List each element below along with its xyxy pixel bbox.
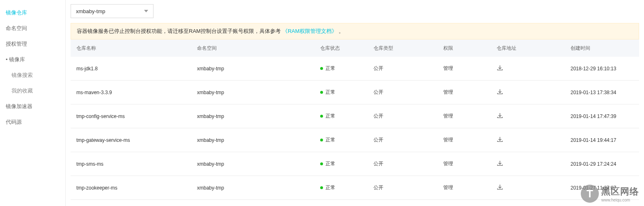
cell-time: 2019-01-13 17:38:34 — [565, 90, 639, 95]
cell-status: 正常 — [314, 113, 368, 120]
cell-name: tmp-config-service-ms — [71, 113, 191, 119]
cell-type: 公开 — [368, 65, 438, 72]
warning-text-before: 容器镜像服务已停止控制台授权功能，请迁移至RAM控制台设置子账号权限，具体参考 — [77, 28, 281, 35]
cell-perm[interactable]: 管理 — [438, 89, 491, 96]
cell-time: 2019-01-29 17:24:24 — [565, 161, 639, 167]
cell-type: 公开 — [368, 160, 438, 167]
status-dot-icon — [320, 115, 323, 118]
cell-addr[interactable] — [491, 65, 565, 72]
cell-addr[interactable] — [491, 112, 565, 120]
table-row[interactable]: tmp-config-service-msxmbaby-tmp正常公开管理201… — [71, 104, 639, 128]
cell-name: tmp-zookeeper-ms — [71, 185, 191, 191]
status-dot-icon — [320, 186, 323, 189]
cell-name: ms-jdk1.8 — [71, 66, 191, 72]
status-dot-icon — [320, 91, 323, 94]
status-dot-icon — [320, 162, 323, 165]
cell-addr[interactable] — [491, 88, 565, 96]
download-icon[interactable] — [497, 136, 503, 143]
repo-table: 仓库名称 命名空间 仓库状态 仓库类型 权限 仓库地址 创建时间 ms-jdk1… — [71, 39, 644, 200]
th-addr: 仓库地址 — [491, 45, 565, 52]
sidebar-item-auth[interactable]: 授权管理 — [0, 36, 65, 52]
main-content: xmbaby-tmp 容器镜像服务已停止控制台授权功能，请迁移至RAM控制台设置… — [66, 0, 644, 206]
namespace-dropdown[interactable]: xmbaby-tmp — [71, 4, 154, 18]
table-row[interactable]: ms-maven-3.3.9xmbaby-tmp正常公开管理2019-01-13… — [71, 81, 639, 104]
sidebar-item-namespace[interactable]: 命名空间 — [0, 21, 65, 36]
cell-status: 正常 — [314, 137, 368, 144]
cell-type: 公开 — [368, 184, 438, 191]
warning-banner: 容器镜像服务已停止控制台授权功能，请迁移至RAM控制台设置子账号权限，具体参考 … — [71, 23, 639, 39]
sidebar: 镜像仓库 命名空间 授权管理 镜像库 镜像搜索 我的收藏 镜像加速器 代码源 — [0, 0, 66, 206]
cell-status: 正常 — [314, 160, 368, 167]
cell-addr[interactable] — [491, 136, 565, 144]
namespace-dropdown-value: xmbaby-tmp — [76, 8, 105, 14]
cell-namespace: xmbaby-tmp — [191, 161, 314, 167]
status-dot-icon — [320, 67, 323, 70]
th-name: 仓库名称 — [71, 45, 191, 52]
cell-time: 2019-01-14 19:44:17 — [565, 137, 639, 143]
warning-link[interactable]: 《RAM权限管理文档》 — [282, 28, 337, 35]
status-dot-icon — [320, 139, 323, 141]
cell-status: 正常 — [314, 89, 368, 96]
cell-perm[interactable]: 管理 — [438, 137, 491, 144]
sidebar-item-accelerator[interactable]: 镜像加速器 — [0, 99, 65, 114]
sidebar-item-image-repo[interactable]: 镜像仓库 — [0, 5, 65, 21]
cell-time: 2019-01-14 17:47:39 — [565, 113, 639, 119]
cell-perm[interactable]: 管理 — [438, 113, 491, 120]
table-row[interactable]: tmp-zookeeper-msxmbaby-tmp正常公开管理2019-01-… — [71, 176, 639, 200]
th-status: 仓库状态 — [314, 45, 368, 52]
th-time: 创建时间 — [565, 45, 639, 52]
download-icon[interactable] — [497, 184, 503, 190]
th-type: 仓库类型 — [368, 45, 438, 52]
cell-perm[interactable]: 管理 — [438, 160, 491, 167]
download-icon[interactable] — [497, 160, 503, 167]
sidebar-item-code-src[interactable]: 代码源 — [0, 114, 65, 130]
table-row[interactable]: tmp-sms-msxmbaby-tmp正常公开管理2019-01-29 17:… — [71, 152, 639, 176]
cell-type: 公开 — [368, 137, 438, 144]
cell-namespace: xmbaby-tmp — [191, 113, 314, 119]
cell-time: 2019-01-27 11:37:07 — [565, 185, 639, 191]
cell-addr[interactable] — [491, 160, 565, 168]
cell-status: 正常 — [314, 65, 368, 72]
download-icon[interactable] — [497, 65, 503, 71]
cell-perm[interactable]: 管理 — [438, 184, 491, 191]
cell-namespace: xmbaby-tmp — [191, 66, 314, 72]
cell-status: 正常 — [314, 184, 368, 191]
cell-time: 2018-12-29 16:10:13 — [565, 66, 639, 72]
cell-name: tmp-gateway-service-ms — [71, 137, 191, 143]
cell-addr[interactable] — [491, 184, 565, 192]
warning-text-after: 。 — [339, 28, 344, 35]
cell-type: 公开 — [368, 113, 438, 120]
download-icon[interactable] — [497, 88, 503, 95]
cell-namespace: xmbaby-tmp — [191, 185, 314, 191]
table-header: 仓库名称 命名空间 仓库状态 仓库类型 权限 仓库地址 创建时间 — [71, 39, 639, 57]
chevron-down-icon — [144, 10, 148, 12]
table-row[interactable]: ms-jdk1.8xmbaby-tmp正常公开管理2018-12-29 16:1… — [71, 57, 639, 81]
sidebar-item-my-fav[interactable]: 我的收藏 — [0, 83, 65, 99]
th-namespace: 命名空间 — [191, 45, 314, 52]
cell-name: ms-maven-3.3.9 — [71, 90, 191, 95]
cell-perm[interactable]: 管理 — [438, 65, 491, 72]
cell-namespace: xmbaby-tmp — [191, 90, 314, 95]
sidebar-item-image-lib[interactable]: 镜像库 — [0, 52, 65, 67]
cell-name: tmp-sms-ms — [71, 161, 191, 167]
cell-namespace: xmbaby-tmp — [191, 137, 314, 143]
table-row[interactable]: tmp-gateway-service-msxmbaby-tmp正常公开管理20… — [71, 128, 639, 152]
cell-type: 公开 — [368, 89, 438, 96]
sidebar-item-image-search[interactable]: 镜像搜索 — [0, 67, 65, 83]
download-icon[interactable] — [497, 112, 503, 119]
th-perm: 权限 — [438, 45, 491, 52]
